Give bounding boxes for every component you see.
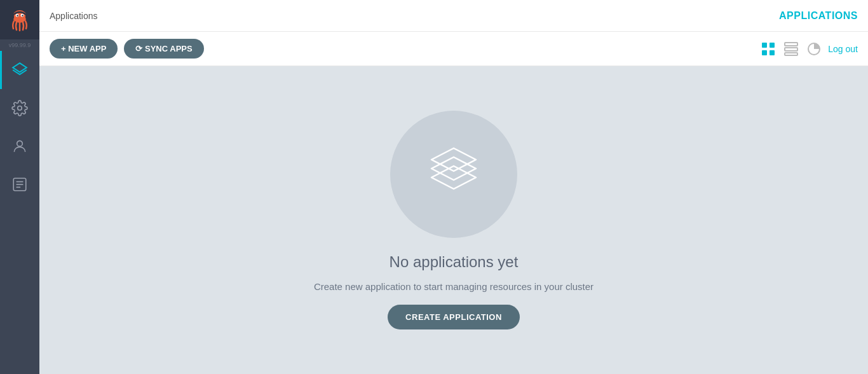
empty-subtitle: Create new application to start managing… (314, 281, 593, 292)
svg-point-8 (18, 106, 22, 111)
new-app-button[interactable]: + NEW APP (50, 39, 118, 59)
breadcrumb: Applications (50, 11, 98, 21)
toolbar-right: Log out (759, 40, 858, 58)
layers-icon (11, 62, 28, 78)
sidebar: v99.99.9 (0, 0, 39, 374)
svg-marker-22 (431, 166, 476, 189)
svg-rect-20 (785, 53, 797, 55)
topbar-left: Applications (50, 11, 98, 21)
user-icon (11, 138, 28, 155)
sidebar-item-logs[interactable] (0, 165, 39, 204)
main-area: Applications APPLICATIONS + NEW APP ⟳ SY… (39, 0, 868, 374)
octopus-logo-icon (7, 7, 32, 32)
sidebar-version: v99.99.9 (8, 39, 32, 51)
sidebar-item-settings[interactable] (0, 89, 39, 127)
svg-rect-5 (11, 15, 14, 19)
toolbar-left: + NEW APP ⟳ SYNC APPS (50, 39, 204, 59)
sync-apps-button[interactable]: ⟳ SYNC APPS (124, 39, 203, 59)
toolbar: + NEW APP ⟳ SYNC APPS (39, 32, 868, 66)
svg-rect-6 (25, 15, 29, 19)
svg-rect-18 (785, 43, 797, 46)
empty-state: No applications yet Create new applicati… (314, 111, 593, 329)
empty-icon-container (390, 111, 517, 238)
layers-empty-icon (419, 139, 489, 209)
topbar: Applications APPLICATIONS (39, 0, 868, 32)
sidebar-item-user[interactable] (0, 127, 39, 165)
settings-icon (11, 100, 28, 116)
svg-rect-17 (770, 50, 775, 55)
svg-point-3 (17, 15, 18, 16)
list-view-button[interactable] (782, 40, 800, 58)
svg-point-4 (22, 15, 23, 16)
create-application-button[interactable]: CREATE APPLICATION (388, 305, 520, 329)
svg-rect-15 (770, 43, 775, 48)
logout-button[interactable]: Log out (828, 44, 858, 54)
content-area: No applications yet Create new applicati… (39, 66, 868, 374)
page-title: APPLICATIONS (779, 10, 858, 22)
sidebar-item-apps[interactable] (0, 51, 39, 89)
logs-icon (11, 176, 28, 193)
svg-marker-24 (431, 148, 476, 171)
svg-point-9 (17, 141, 23, 146)
chart-icon (807, 42, 821, 56)
empty-title: No applications yet (390, 253, 519, 271)
grid-icon (761, 42, 775, 56)
chart-view-button[interactable] (805, 40, 823, 58)
sidebar-logo (0, 0, 39, 39)
svg-rect-19 (785, 48, 797, 51)
svg-rect-16 (762, 50, 767, 55)
topbar-right: APPLICATIONS (779, 10, 858, 22)
svg-marker-23 (431, 157, 476, 180)
svg-rect-14 (762, 43, 767, 48)
grid-view-button[interactable] (759, 40, 777, 58)
list-icon (784, 42, 798, 56)
